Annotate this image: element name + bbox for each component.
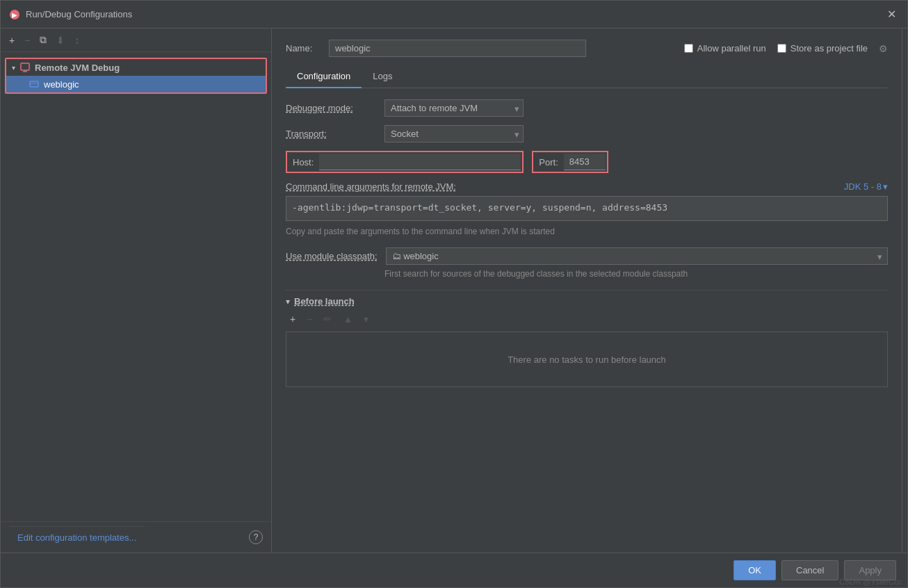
copy-config-button[interactable]: ⧉ bbox=[37, 33, 49, 47]
tabs: Configuration Logs bbox=[286, 65, 888, 88]
title-bar-left: ▶ Run/Debug Configurations bbox=[9, 9, 132, 20]
tab-logs[interactable]: Logs bbox=[362, 65, 403, 88]
ok-button[interactable]: OK bbox=[733, 560, 776, 580]
jdk-version-link[interactable]: JDK 5 - 8 ▾ bbox=[844, 181, 888, 192]
options-row: Allow parallel run Store as project file… bbox=[594, 43, 888, 54]
close-button[interactable]: ✕ bbox=[884, 6, 899, 22]
transport-row: Transport: Socket Shared memory bbox=[286, 125, 888, 142]
name-input[interactable] bbox=[329, 40, 586, 57]
svg-text:▶: ▶ bbox=[12, 11, 17, 19]
module-classpath-label: Use module classpath: bbox=[286, 251, 378, 261]
allow-parallel-run-checkbox-label[interactable]: Allow parallel run bbox=[684, 43, 766, 54]
transport-label: Transport: bbox=[286, 129, 376, 139]
before-launch-add-button[interactable]: + bbox=[286, 312, 300, 326]
title-bar: ▶ Run/Debug Configurations ✕ bbox=[1, 1, 907, 28]
name-row: Name: Allow parallel run Store as projec… bbox=[286, 40, 888, 57]
host-input[interactable] bbox=[319, 154, 521, 170]
cmdline-value: -agentlib:jdwp=transport=dt_socket, serv… bbox=[286, 196, 888, 221]
tree-parent-label: Remote JVM Debug bbox=[35, 63, 120, 73]
left-panel: + − ⧉ ⬇ ↕ ▾ bbox=[1, 28, 272, 553]
module-classpath-row: Use module classpath: 🗂 weblogic bbox=[286, 247, 888, 265]
store-as-project-file-label: Store as project file bbox=[791, 43, 868, 54]
tree-arrow-icon: ▾ bbox=[12, 64, 15, 72]
module-classpath-select-wrapper: 🗂 weblogic bbox=[386, 247, 888, 265]
module-classpath-hint: First search for sources of the debugged… bbox=[384, 269, 888, 279]
host-label: Host: bbox=[289, 157, 314, 168]
name-label: Name: bbox=[286, 43, 321, 54]
add-config-button[interactable]: + bbox=[6, 33, 17, 47]
host-port-row: Host: Port: bbox=[286, 151, 888, 173]
tree-group: ▾ Remote JVM Debug bbox=[5, 58, 267, 94]
main-content: + − ⧉ ⬇ ↕ ▾ bbox=[1, 28, 907, 553]
before-launch-area: There are no tasks to run before launch bbox=[286, 332, 888, 387]
weblogic-icon bbox=[29, 79, 40, 90]
debugger-mode-label: Debugger mode: bbox=[286, 103, 376, 113]
before-launch-edit-button[interactable]: ✏ bbox=[319, 312, 336, 326]
remove-config-button[interactable]: − bbox=[22, 33, 33, 47]
watermark: CSDN @YsterCcc bbox=[839, 578, 902, 586]
svg-rect-2 bbox=[21, 63, 29, 70]
cmdline-hint: Copy and paste the arguments to the comm… bbox=[286, 227, 888, 236]
before-launch-toggle[interactable]: ▾ bbox=[286, 297, 290, 307]
before-launch-move-up-button[interactable]: ▲ bbox=[339, 312, 357, 326]
svg-rect-5 bbox=[30, 81, 38, 87]
transport-select[interactable]: Socket Shared memory bbox=[384, 125, 524, 142]
host-box: Host: bbox=[286, 151, 524, 173]
bottom-bar: OK Cancel Apply bbox=[1, 553, 907, 587]
help-button[interactable]: ? bbox=[249, 530, 263, 544]
edit-templates-link[interactable]: Edit configuration templates... bbox=[9, 526, 145, 548]
before-launch-remove-button[interactable]: − bbox=[302, 312, 316, 326]
module-classpath-select[interactable]: 🗂 weblogic bbox=[386, 247, 888, 265]
before-launch-empty-text: There are no tasks to run before launch bbox=[508, 354, 666, 365]
before-launch-toolbar: + − ✏ ▲ ▾ bbox=[286, 312, 888, 326]
before-launch-section: ▾ Before launch bbox=[286, 290, 888, 307]
before-launch-move-down-button[interactable]: ▾ bbox=[359, 312, 373, 326]
tree-child-label: weblogic bbox=[44, 79, 79, 90]
port-input[interactable] bbox=[564, 154, 606, 170]
toolbar: + − ⧉ ⬇ ↕ bbox=[1, 28, 271, 52]
port-box: Port: bbox=[532, 151, 608, 173]
dialog-title: Run/Debug Configurations bbox=[26, 9, 132, 19]
dialog: ▶ Run/Debug Configurations ✕ + − ⧉ ⬇ ↕ ▾ bbox=[0, 0, 908, 588]
allow-parallel-run-checkbox[interactable] bbox=[684, 44, 693, 53]
tree-parent-item[interactable]: ▾ Remote JVM Debug bbox=[6, 59, 266, 76]
cmdline-header: Command line arguments for remote JVM: J… bbox=[286, 181, 888, 192]
edit-templates-anchor[interactable]: Edit configuration templates... bbox=[17, 532, 136, 543]
right-panel: Name: Allow parallel run Store as projec… bbox=[272, 28, 902, 553]
tree-child-item[interactable]: weblogic bbox=[6, 76, 266, 92]
chevron-down-icon: ▾ bbox=[883, 181, 888, 192]
settings-gear-icon[interactable]: ⚙ bbox=[879, 43, 888, 54]
remote-jvm-icon bbox=[19, 62, 31, 73]
scrollbar bbox=[902, 28, 907, 553]
debugger-mode-select[interactable]: Attach to remote JVM Listen to remote JV… bbox=[384, 99, 524, 117]
dialog-icon: ▶ bbox=[9, 9, 20, 20]
left-panel-bottom: Edit configuration templates... ? bbox=[1, 521, 271, 553]
tab-configuration[interactable]: Configuration bbox=[286, 65, 362, 88]
debugger-mode-select-wrapper: Attach to remote JVM Listen to remote JV… bbox=[384, 99, 524, 117]
tree-container: ▾ Remote JVM Debug bbox=[1, 52, 271, 521]
sort-config-button[interactable]: ↕ bbox=[72, 33, 82, 47]
before-launch-label: Before launch bbox=[294, 296, 355, 307]
cancel-button[interactable]: Cancel bbox=[781, 560, 838, 580]
debugger-mode-row: Debugger mode: Attach to remote JVM List… bbox=[286, 99, 888, 117]
store-as-project-file-checkbox[interactable] bbox=[777, 44, 786, 53]
store-as-project-file-checkbox-label[interactable]: Store as project file bbox=[777, 43, 868, 54]
move-config-button[interactable]: ⬇ bbox=[54, 33, 67, 47]
port-label: Port: bbox=[535, 157, 558, 168]
allow-parallel-run-label: Allow parallel run bbox=[697, 43, 766, 54]
transport-select-wrapper: Socket Shared memory bbox=[384, 125, 524, 142]
cmdline-label: Command line arguments for remote JVM: bbox=[286, 181, 456, 192]
